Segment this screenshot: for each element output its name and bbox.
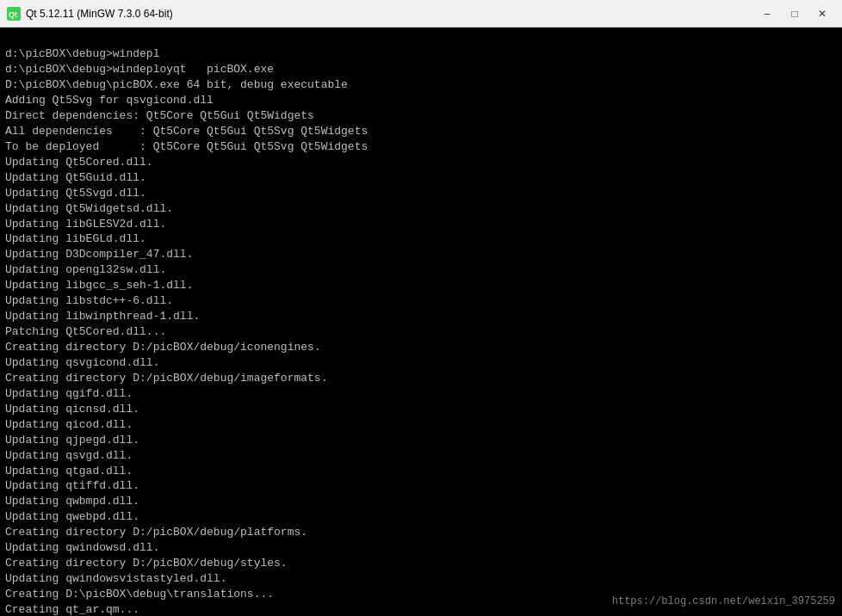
close-button[interactable]: ✕	[809, 4, 835, 23]
terminal-line: Updating qwebpd.dll.	[5, 509, 837, 525]
terminal-line: Creating directory D:/picBOX/debug/platf…	[5, 525, 837, 540]
terminal-line: d:\picBOX\debug>windeployqt picBOX.exe	[5, 62, 837, 77]
terminal-line: To be deployed : Qt5Core Qt5Gui Qt5Svg Q…	[5, 139, 837, 155]
terminal-line: Updating Qt5Guid.dll.	[5, 170, 837, 186]
terminal-line: Creating directory D:/picBOX/debug/icone…	[5, 340, 837, 355]
terminal-line: Adding Qt5Svg for qsvgicond.dll	[5, 93, 837, 108]
terminal-line: Updating qicod.dll.	[5, 417, 837, 433]
terminal-line: Updating qjpegd.dll.	[5, 433, 837, 448]
title-bar: Qt Qt 5.12.11 (MinGW 7.3.0 64-bit) – □ ✕	[0, 0, 842, 28]
qt-icon: Qt	[7, 7, 21, 21]
terminal-line: Creating directory D:/picBOX/debug/style…	[5, 556, 837, 571]
terminal-line: Updating Qt5Cored.dll.	[5, 155, 837, 170]
terminal-line: Updating qwindowsd.dll.	[5, 540, 837, 556]
window-controls: – □ ✕	[754, 4, 835, 23]
terminal-line: d:\picBOX\debug>windepl	[5, 46, 837, 62]
terminal-line: D:\picBOX\debug\picBOX.exe 64 bit, debug…	[5, 77, 837, 93]
terminal-line: Updating qgifd.dll.	[5, 386, 837, 402]
maximize-button[interactable]: □	[782, 4, 808, 23]
terminal-line: Updating libgcc_s_seh-1.dll.	[5, 278, 837, 293]
terminal-line: Updating qwbmpd.dll.	[5, 494, 837, 509]
terminal-line: Updating qtiffd.dll.	[5, 478, 837, 494]
terminal-line: All dependencies : Qt5Core Qt5Gui Qt5Svg…	[5, 124, 837, 139]
terminal-line: Updating Qt5Svgd.dll.	[5, 186, 837, 201]
terminal-line: Updating libEGLd.dll.	[5, 231, 837, 247]
terminal-body: d:\picBOX\debug>windepld:\picBOX\debug>w…	[0, 28, 842, 616]
terminal-line: Patching Qt5Cored.dll...	[5, 324, 837, 340]
terminal-line: Updating libGLESV2d.dll.	[5, 217, 837, 232]
terminal-line: Updating qtgad.dll.	[5, 464, 837, 479]
terminal-line: Updating libwinpthread-1.dll.	[5, 309, 837, 324]
terminal-line: Updating D3Dcompiler_47.dll.	[5, 247, 837, 262]
terminal-line: Updating qsvgd.dll.	[5, 448, 837, 464]
minimize-button[interactable]: –	[754, 4, 780, 23]
terminal-line: Updating qicnsd.dll.	[5, 402, 837, 417]
terminal-line: Updating libstdc++-6.dll.	[5, 293, 837, 309]
terminal-line: Updating qsvgicond.dll.	[5, 355, 837, 371]
svg-text:Qt: Qt	[9, 10, 17, 19]
terminal-line: Updating qwindowsvistastyled.dll.	[5, 571, 837, 587]
window-title: Qt 5.12.11 (MinGW 7.3.0 64-bit)	[26, 8, 173, 20]
terminal-line: Updating opengl32sw.dll.	[5, 262, 837, 278]
terminal-line: Direct dependencies: Qt5Core Qt5Gui Qt5W…	[5, 108, 837, 124]
terminal-line: Creating directory D:/picBOX/debug/image…	[5, 371, 837, 386]
watermark: https://blog.csdn.net/weixin_3975259	[612, 595, 835, 607]
terminal-line: Updating Qt5Widgetsd.dll.	[5, 201, 837, 217]
